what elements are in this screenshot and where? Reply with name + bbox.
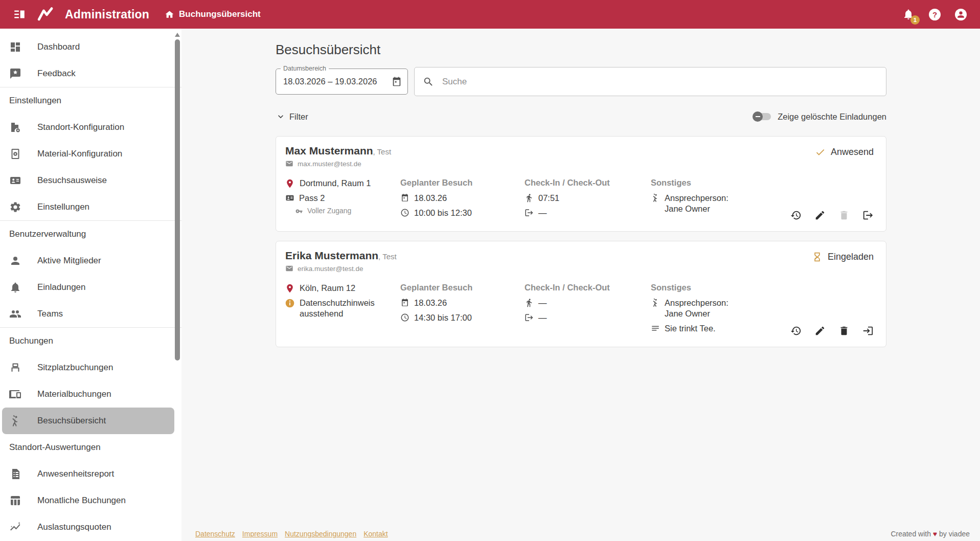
history-button[interactable] [790, 325, 802, 336]
visit-card-erika: Erika Mustermann, Test erika.muster@test… [276, 241, 886, 347]
sidebar-section-benutzerverwaltung: Benutzerverwaltung [0, 221, 181, 247]
sidebar-toggle-icon[interactable] [13, 8, 26, 21]
sidebar-item-dashboard[interactable]: Dashboard [0, 34, 181, 60]
login-icon [862, 325, 874, 336]
heart-icon: ♥ [933, 530, 937, 538]
visitor-name: Erika Mustermann, Test [285, 250, 397, 262]
sidebar-item-standort-konfiguration[interactable]: Standort-Konfiguration [0, 114, 181, 141]
sidebar-item-materialbuchungen[interactable]: Materialbuchungen [0, 381, 181, 408]
check-in-out-header: Check-In / Check-Out [525, 283, 651, 292]
planned-visit-header: Geplanter Besuch [400, 283, 525, 292]
search-input[interactable] [441, 76, 878, 87]
clock-icon [400, 208, 409, 217]
account-button[interactable] [955, 9, 967, 20]
sidebar-item-besuchsuebersicht[interactable]: Besuchsübersicht [2, 408, 174, 434]
seat-icon [9, 362, 21, 374]
host-icon [651, 298, 660, 307]
app-logo-icon [35, 6, 56, 23]
delete-button [838, 210, 850, 221]
logout-icon [862, 210, 874, 221]
check-in-button[interactable] [862, 325, 874, 336]
visitor-name: Max Mustermann, Test [285, 145, 391, 157]
contact-name: Jane Owner [665, 204, 728, 214]
calendar-icon [400, 193, 409, 202]
visitor-email: max.muster@test.de [298, 160, 361, 168]
sidebar-item-auslastungsquoten[interactable]: Auslastungsquoten [0, 514, 181, 540]
sidebar: Dashboard Feedback Einstellungen Standor… [0, 29, 181, 541]
sidebar-item-feedback[interactable]: Feedback [0, 60, 181, 87]
footer-link-kontakt[interactable]: Kontakt [363, 530, 388, 538]
sidebar-item-einstellungen[interactable]: Einstellungen [0, 194, 181, 220]
planned-date: 18.03.26 [414, 298, 447, 308]
app-title: Administration [65, 8, 149, 21]
sidebar-item-material-konfiguration[interactable]: Material-Konfiguration [0, 141, 181, 167]
show-deleted-toggle[interactable] [754, 113, 771, 120]
filter-expander[interactable]: Filter [276, 111, 308, 122]
sidebar-scrollbar[interactable] [174, 30, 180, 541]
footer-link-nutzungsbedingungen[interactable]: Nutzungsbedingungen [285, 530, 356, 538]
visitor-name-suffix: , Test [373, 147, 392, 156]
planned-time: 10:00 bis 12:30 [414, 208, 472, 218]
sidebar-item-aktive-mitglieder[interactable]: Aktive Mitglieder [0, 247, 181, 274]
scrollbar-up-arrow[interactable] [175, 33, 180, 37]
sidebar-item-monatliche-buchungen[interactable]: Monatliche Buchungen [0, 487, 181, 514]
edit-icon [814, 210, 826, 221]
check-out-time: — [538, 312, 547, 323]
privacy-notice: Datenschutzhinweis ausstehend [300, 298, 386, 319]
edit-button[interactable] [814, 210, 826, 221]
group-icon [9, 308, 21, 320]
edit-button[interactable] [814, 325, 826, 336]
breadcrumb[interactable]: Buchungsübersicht [165, 9, 261, 19]
show-deleted-label: Zeige gelöschte Einladungen [778, 112, 886, 122]
material-config-icon [9, 148, 21, 160]
devices-icon [9, 388, 21, 400]
edit-icon [814, 325, 826, 336]
calendar-button[interactable] [391, 76, 402, 87]
check-in-icon [525, 193, 534, 202]
sidebar-item-anwesenheitsreport[interactable]: Anwesenheitsreport [0, 461, 181, 487]
sidebar-item-besuchsausweise[interactable]: Besuchsausweise [0, 167, 181, 194]
location-pin-icon [285, 283, 295, 294]
footer-link-datenschutz[interactable]: Datenschutz [195, 530, 235, 538]
visit-location: Köln, Raum 12 [300, 283, 355, 294]
visit-note: Sie trinkt Tee. [665, 323, 716, 334]
bell-icon [9, 281, 21, 294]
sidebar-section-einstellungen: Einstellungen [0, 87, 181, 114]
visitor-email: erika.muster@test.de [298, 265, 363, 273]
dashboard-icon [9, 41, 21, 53]
footer-link-impressum[interactable]: Impressum [242, 530, 278, 538]
chevron-down-icon [276, 111, 286, 122]
help-button[interactable]: ? [929, 9, 941, 20]
envelope-icon [285, 160, 293, 168]
trash-icon [838, 325, 850, 336]
location-config-icon [9, 121, 21, 133]
clock-icon [400, 313, 409, 322]
sidebar-item-sitzplatzbuchungen[interactable]: Sitzplatzbuchungen [0, 354, 181, 381]
history-icon [790, 210, 802, 221]
delete-button[interactable] [838, 325, 850, 336]
notifications-button[interactable]: 1 [902, 8, 915, 20]
credit-text: Created with ♥ by viadee [891, 530, 970, 538]
date-range-field[interactable]: Datumsbereich [276, 69, 408, 95]
sidebar-section-standort-auswertungen: Standort-Auswertungen [0, 434, 181, 461]
check-icon [815, 147, 826, 157]
planned-visit-header: Geplanter Besuch [400, 178, 525, 188]
check-out-button[interactable] [862, 210, 874, 221]
key-icon [295, 208, 303, 215]
visit-card-max: Max Mustermann, Test max.muster@test.de … [276, 136, 886, 232]
info-icon [285, 298, 295, 308]
search-field[interactable] [414, 67, 886, 96]
history-button[interactable] [790, 210, 802, 221]
status-badge: Anwesend [815, 147, 874, 157]
contact-label: Ansprechperson: [665, 298, 728, 308]
help-icon: ? [932, 11, 937, 18]
settings-icon [9, 201, 21, 213]
check-out-icon [525, 313, 534, 322]
account-icon [956, 10, 966, 19]
sidebar-item-teams[interactable]: Teams [0, 301, 181, 327]
scrollbar-thumb[interactable] [175, 39, 180, 360]
date-range-input[interactable] [282, 76, 391, 87]
visit-location: Dortmund, Raum 1 [300, 178, 371, 189]
sidebar-item-einladungen[interactable]: Einladungen [0, 274, 181, 301]
history-icon [790, 325, 802, 336]
